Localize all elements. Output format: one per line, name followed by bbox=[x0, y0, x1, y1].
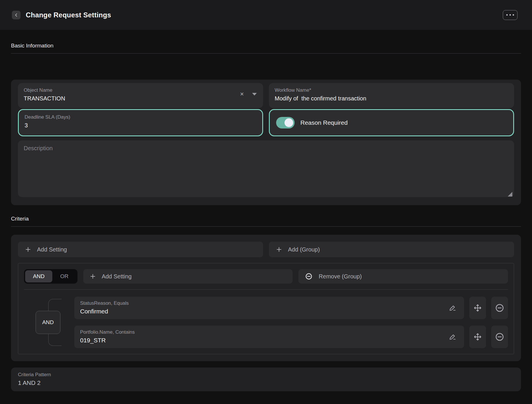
condition-panel[interactable]: StatusReason, Equals Confirmed bbox=[74, 297, 464, 319]
description-wrap bbox=[18, 140, 514, 198]
group-add-setting-label: Add Setting bbox=[102, 273, 132, 280]
more-options-button[interactable] bbox=[503, 10, 518, 20]
workflow-name-label: Workflow Name* bbox=[275, 87, 508, 93]
section-title-basic: Basic Information bbox=[11, 43, 521, 49]
group-add-setting-button[interactable]: Add Setting bbox=[83, 269, 293, 284]
reason-required-toggle[interactable] bbox=[276, 117, 295, 128]
object-name-select[interactable]: Object Name TRANSACTION ✕ bbox=[18, 83, 263, 108]
criteria-card: Add Setting Add (Group) AND OR A bbox=[11, 235, 521, 361]
plus-icon bbox=[90, 274, 95, 279]
move-condition-button[interactable] bbox=[469, 326, 486, 348]
group-header: AND OR Add Setting Remove (Group) bbox=[24, 269, 508, 290]
section-divider bbox=[11, 226, 521, 227]
remove-group-button[interactable]: Remove (Group) bbox=[298, 269, 508, 284]
condition-value: Confirmed bbox=[80, 307, 458, 316]
back-button[interactable] bbox=[12, 11, 21, 19]
add-group-button[interactable]: Add (Group) bbox=[269, 242, 514, 257]
condition-label: Portfolio.Name, Contains bbox=[80, 329, 458, 335]
clear-icon[interactable]: ✕ bbox=[240, 92, 244, 97]
condition-panel[interactable]: Portfolio.Name, Contains 019_STR bbox=[74, 326, 464, 348]
section-title-criteria: Criteria bbox=[11, 216, 521, 222]
page-title: Change Request Settings bbox=[26, 11, 111, 19]
ellipsis-icon bbox=[509, 14, 511, 16]
deadline-sla-label: Deadline SLA (Days) bbox=[25, 114, 256, 120]
remove-condition-button[interactable] bbox=[491, 297, 508, 319]
remove-condition-button[interactable] bbox=[491, 326, 508, 348]
plus-icon bbox=[276, 247, 282, 252]
resize-handle-icon[interactable] bbox=[508, 192, 512, 197]
ellipsis-icon bbox=[506, 14, 508, 16]
condition-row: StatusReason, Equals Confirmed bbox=[74, 297, 508, 319]
reason-required-label: Reason Required bbox=[300, 119, 348, 126]
reason-required-field: Reason Required bbox=[269, 109, 514, 136]
workflow-name-value: Modify of the confirmed transaction bbox=[275, 94, 508, 103]
arrows-move-icon bbox=[473, 304, 482, 312]
object-name-value: TRANSACTION bbox=[24, 94, 257, 103]
toggle-knob bbox=[285, 118, 293, 127]
page-content: Basic Information Object Name TRANSACTIO… bbox=[0, 43, 532, 391]
move-condition-button[interactable] bbox=[469, 297, 486, 319]
criteria-pattern-value: 1 AND 2 bbox=[18, 379, 514, 387]
connector-operator-chip[interactable]: AND bbox=[36, 311, 60, 334]
criteria-pattern-label: Criteria Pattern bbox=[18, 372, 514, 378]
chevron-down-icon[interactable] bbox=[252, 93, 257, 96]
operator-option-and[interactable]: AND bbox=[25, 270, 52, 282]
minus-circle-icon bbox=[495, 303, 505, 313]
pencil-icon[interactable] bbox=[449, 304, 457, 312]
ellipsis-icon bbox=[513, 14, 514, 16]
add-setting-label: Add Setting bbox=[37, 246, 67, 253]
workflow-name-field[interactable]: Workflow Name* Modify of the confirmed t… bbox=[269, 83, 514, 108]
condition-value: 019_STR bbox=[80, 336, 458, 345]
description-textarea[interactable] bbox=[18, 140, 514, 197]
deadline-sla-field[interactable]: Deadline SLA (Days) 3 bbox=[18, 109, 263, 136]
basic-information-card: Object Name TRANSACTION ✕ Workflow Name*… bbox=[11, 80, 521, 205]
minus-circle-icon bbox=[495, 332, 505, 342]
conditions-area: AND StatusReason, Equals Confirmed bbox=[24, 297, 508, 348]
arrows-move-icon bbox=[473, 333, 482, 341]
minus-circle-icon bbox=[305, 273, 312, 280]
remove-group-label: Remove (Group) bbox=[319, 273, 362, 280]
pencil-icon[interactable] bbox=[449, 333, 457, 341]
add-group-label: Add (Group) bbox=[288, 246, 320, 253]
criteria-pattern-card[interactable]: Criteria Pattern 1 AND 2 bbox=[11, 368, 521, 391]
connector-rail: AND bbox=[24, 297, 74, 348]
operator-option-or[interactable]: OR bbox=[52, 270, 76, 282]
header-bar: Change Request Settings bbox=[0, 0, 532, 30]
add-setting-button[interactable]: Add Setting bbox=[18, 242, 263, 257]
section-divider bbox=[11, 53, 521, 54]
plus-icon bbox=[25, 247, 31, 252]
deadline-sla-value: 3 bbox=[25, 121, 256, 130]
criteria-group: AND OR Add Setting Remove (Group) bbox=[18, 263, 514, 354]
condition-row: Portfolio.Name, Contains 019_STR bbox=[74, 326, 508, 348]
chevron-left-icon bbox=[14, 13, 19, 17]
operator-segmented-control: AND OR bbox=[24, 269, 77, 284]
condition-label: StatusReason, Equals bbox=[80, 300, 458, 306]
object-name-label: Object Name bbox=[24, 87, 257, 93]
